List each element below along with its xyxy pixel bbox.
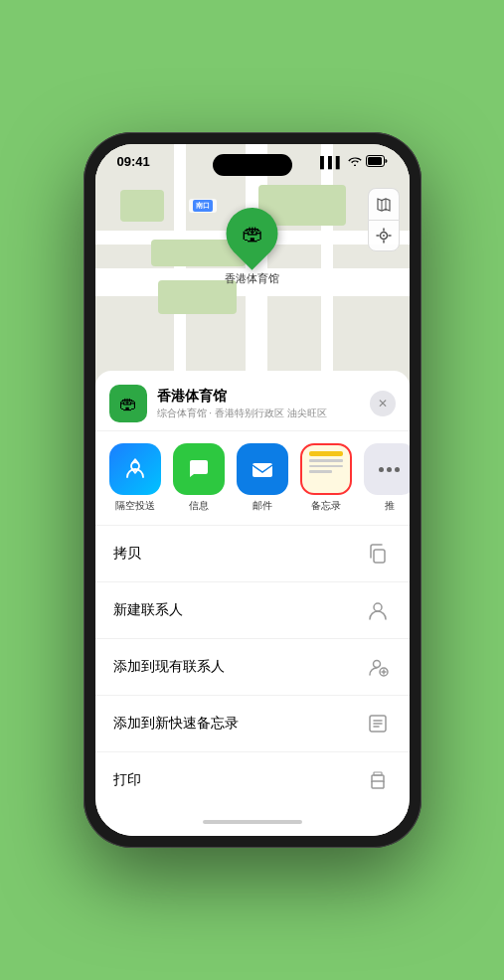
more-dot-2 [387, 467, 392, 472]
venue-icon: 🏟 [109, 385, 147, 422]
map-block-4 [120, 190, 164, 222]
action-add-notes[interactable]: 添加到新快速备忘录 [95, 695, 410, 751]
add-notes-icon [364, 710, 392, 737]
close-icon: ✕ [378, 397, 388, 410]
notes-label: 备忘录 [311, 499, 341, 513]
svg-point-3 [383, 235, 385, 237]
message-label: 信息 [189, 499, 209, 513]
action-copy-label: 拷贝 [113, 545, 141, 563]
status-time: 09:41 [117, 154, 150, 169]
notes-header-bar [309, 451, 343, 456]
notes-line-3 [309, 470, 333, 473]
print-icon [364, 766, 392, 794]
home-indicator [95, 808, 410, 836]
action-new-contact-label: 新建联系人 [113, 601, 183, 619]
battery-icon [366, 155, 388, 169]
venue-info: 香港体育馆 综合体育馆 · 香港特别行政区 油尖旺区 [157, 388, 370, 420]
svg-rect-12 [374, 772, 382, 775]
notes-icon [300, 443, 352, 495]
share-mail[interactable]: 邮件 [237, 443, 288, 513]
road-label: 南口 [189, 199, 217, 213]
svg-rect-5 [252, 463, 272, 477]
add-existing-icon [364, 653, 392, 681]
location-button[interactable] [368, 220, 400, 251]
share-row: 隔空投送 信息 [95, 431, 410, 525]
svg-rect-1 [368, 157, 382, 165]
marker-icon: 🏟 [242, 221, 263, 246]
more-dot-1 [379, 467, 384, 472]
airdrop-icon [109, 443, 161, 495]
action-add-existing[interactable]: 添加到现有联系人 [95, 638, 410, 695]
share-more[interactable]: 推 [364, 443, 410, 513]
venue-marker-label: 香港体育馆 [225, 271, 279, 286]
signal-icon: ▌▌▌ [320, 156, 343, 168]
map-area: 南口 🏟 香港体育馆 [95, 144, 410, 371]
map-controls [368, 188, 400, 251]
airdrop-label: 隔空投送 [115, 499, 155, 513]
share-notes[interactable]: 备忘录 [300, 443, 352, 513]
share-airdrop[interactable]: 隔空投送 [109, 443, 161, 513]
venue-description: 综合体育馆 · 香港特别行政区 油尖旺区 [157, 407, 370, 420]
status-icons: ▌▌▌ [320, 155, 387, 169]
svg-rect-11 [372, 781, 384, 788]
more-icon [364, 443, 410, 495]
action-print-label: 打印 [113, 771, 141, 789]
close-button[interactable]: ✕ [370, 391, 396, 416]
svg-point-8 [373, 661, 380, 668]
more-dot-3 [395, 467, 400, 472]
notes-line-2 [309, 465, 343, 468]
more-label: 推 [385, 499, 395, 513]
svg-rect-6 [374, 550, 385, 563]
mail-icon [237, 443, 288, 495]
marker-pin: 🏟 [216, 197, 289, 270]
action-add-existing-label: 添加到现有联系人 [113, 658, 225, 676]
notes-line-1 [309, 459, 343, 462]
new-contact-icon [364, 596, 392, 624]
svg-point-7 [374, 603, 382, 611]
venue-marker: 🏟 香港体育馆 [225, 208, 279, 286]
road-label-badge: 南口 [193, 200, 213, 212]
bottom-sheet: 🏟 香港体育馆 综合体育馆 · 香港特别行政区 油尖旺区 ✕ [95, 371, 410, 836]
home-bar [203, 820, 302, 824]
dynamic-island [213, 154, 292, 176]
action-copy[interactable]: 拷贝 [95, 525, 410, 581]
phone-screen: 09:41 ▌▌▌ [95, 144, 410, 836]
action-print[interactable]: 打印 [95, 751, 410, 808]
action-new-contact[interactable]: 新建联系人 [95, 581, 410, 638]
copy-icon [364, 540, 392, 568]
wifi-icon [348, 155, 362, 168]
phone-frame: 09:41 ▌▌▌ [84, 132, 421, 848]
mail-label: 邮件 [252, 499, 272, 513]
sheet-header: 🏟 香港体育馆 综合体育馆 · 香港特别行政区 油尖旺区 ✕ [95, 371, 410, 431]
share-message[interactable]: 信息 [173, 443, 225, 513]
venue-name: 香港体育馆 [157, 388, 370, 406]
message-icon [173, 443, 225, 495]
action-add-notes-label: 添加到新快速备忘录 [113, 715, 239, 733]
map-type-button[interactable] [368, 188, 400, 220]
road-vertical-3 [321, 144, 333, 371]
